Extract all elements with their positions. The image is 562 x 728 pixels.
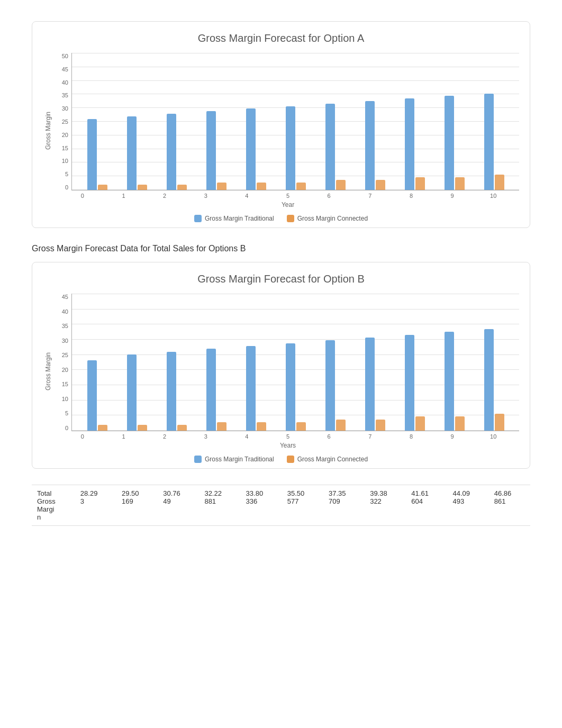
bar-connected [177,425,187,431]
legend-b-traditional-label: Gross Margin Traditional [205,456,274,463]
y-tick-label: 15 [62,381,68,387]
chart-b-bar-groups [72,329,519,431]
table-cell-6: 37.35709 [323,485,365,526]
bar-connected [415,416,425,431]
bar-group [206,111,226,190]
y-tick-label: 20 [62,132,68,138]
legend-b-traditional-color [194,456,202,463]
bar-group [87,360,107,431]
bar-group [365,338,385,431]
bar-group [484,329,504,431]
table-cell-1: 29.50169 [116,485,158,526]
chart-a-legend-traditional: Gross Margin Traditional [194,215,274,222]
table-cell-10: 46.86861 [489,485,530,526]
bar-group [167,352,187,431]
x-tick-label: 5 [267,193,309,199]
table-row: TotalGrossMargin 28.293 29.50169 30.7649… [32,485,530,526]
chart-b-y-ticks: 051015202530354045 [57,294,71,431]
y-tick-label: 5 [65,410,68,416]
x-tick-label: 3 [185,193,226,199]
chart-b-legend-traditional: Gross Margin Traditional [194,456,274,463]
y-tick-label: 35 [62,92,68,98]
table-cell-4: 33.80336 [241,485,282,526]
legend-b-connected-color [287,456,294,463]
bar-group [405,98,425,190]
y-tick-label: 40 [62,308,68,315]
chart-a-inner: 05101520253035404550 012345678910 Year [57,53,519,208]
bar-connected [336,420,346,431]
chart-b-area: Gross Margin 051015202530354045 01234567… [43,294,519,449]
bar-group [206,349,226,431]
chart-b-bars-grid [71,294,519,431]
bar-traditional [286,343,295,431]
x-tick-label: 4 [226,193,268,199]
x-tick-label: 2 [144,433,185,440]
chart-b-legend: Gross Margin Traditional Gross Margin Co… [43,456,519,463]
table-cell-9: 44.09493 [448,485,489,526]
bar-traditional [484,329,494,431]
chart-a-legend-connected: Gross Margin Connected [287,215,368,222]
chart-a-title: Gross Margin Forecast for Option A [43,32,519,44]
y-tick-label: 0 [65,184,68,190]
table-cell-3: 32.22881 [199,485,240,526]
bar-traditional [87,360,97,431]
chart-a-bars-grid [71,53,519,190]
y-tick-label: 35 [62,323,68,329]
bar-traditional [484,94,494,190]
bar-connected [455,416,465,431]
y-tick-label: 10 [62,396,68,402]
y-tick-label: 25 [62,119,68,125]
bar-traditional [405,335,414,431]
bar-group [445,332,465,431]
x-tick-label: 10 [473,433,514,440]
bar-group [246,346,266,431]
x-tick-label: 8 [391,433,432,440]
bar-connected [257,422,266,431]
chart-b-inner: 051015202530354045 012345678910 Years [57,294,519,449]
x-tick-label: 7 [349,193,391,199]
chart-b-legend-connected: Gross Margin Connected [287,456,368,463]
chart-a-container: Gross Margin Forecast for Option A Gross… [32,21,530,228]
x-tick-label: 0 [62,193,103,199]
x-tick-label: 6 [309,193,350,199]
grid-line [72,80,519,81]
section-heading-b: Gross Margin Forecast Data for Total Sal… [32,244,530,253]
bar-connected [376,420,385,431]
bar-connected [138,425,147,431]
x-tick-label: 0 [62,433,103,440]
table-cell-8: 41.61604 [406,485,447,526]
bar-group [167,114,187,190]
bar-connected [217,183,226,190]
bar-traditional [167,114,176,190]
chart-b-x-title: Years [57,442,519,449]
bar-traditional [87,119,97,190]
chart-a-bar-groups [72,94,519,190]
bar-connected [296,183,306,190]
x-tick-label: 10 [473,193,514,199]
x-tick-label: 5 [267,433,309,440]
chart-b-y-label: Gross Margin [43,294,53,449]
legend-b-connected-label: Gross Margin Connected [297,456,368,463]
legend-traditional-label: Gross Margin Traditional [205,215,274,222]
chart-a-x-labels: 012345678910 [57,190,519,199]
bar-traditional [445,332,454,431]
bar-group [127,354,147,431]
bar-traditional [405,98,414,190]
bar-connected [415,177,425,190]
y-tick-label: 20 [62,367,68,373]
bar-connected [257,183,266,190]
bar-connected [495,414,504,431]
bar-group [87,119,107,190]
chart-b-bars-section [71,294,519,431]
y-tick-label: 30 [62,338,68,344]
x-tick-label: 4 [226,433,268,440]
x-tick-label: 7 [349,433,391,440]
bar-traditional [365,101,375,190]
grid-line [72,294,519,294]
chart-a-x-title: Year [57,201,519,208]
bar-traditional [246,108,256,190]
chart-a-y-ticks: 05101520253035404550 [57,53,71,190]
bar-group [127,116,147,190]
legend-connected-label: Gross Margin Connected [297,215,368,222]
bar-traditional [127,354,137,431]
